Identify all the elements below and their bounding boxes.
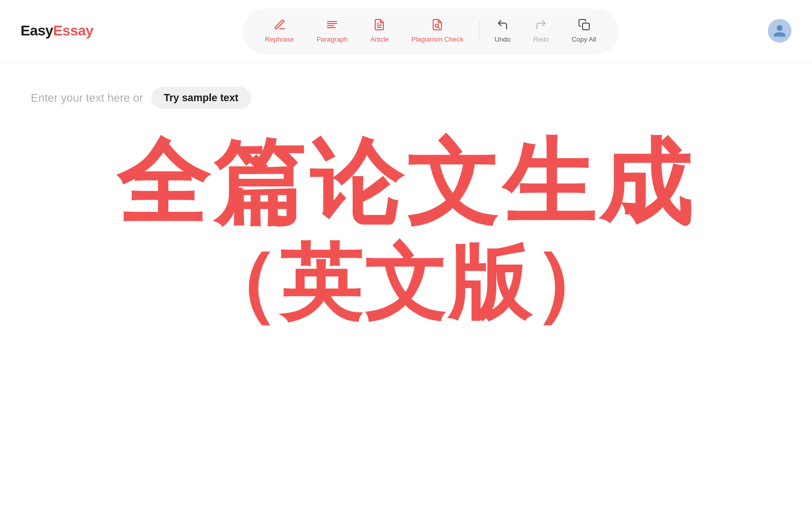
- plagiarism-icon: [431, 18, 443, 33]
- paragraph-label: Paragraph: [317, 35, 348, 43]
- svg-line-7: [438, 27, 439, 28]
- logo-easy: Easy: [21, 23, 53, 39]
- svg-rect-8: [583, 23, 589, 30]
- header: EasyEssay Rephrase Paragr: [0, 0, 812, 62]
- redo-icon: [535, 18, 547, 33]
- copy-all-label: Copy All: [572, 35, 596, 43]
- copy-icon: [578, 18, 590, 33]
- plagiarism-button[interactable]: Plagiarism Check: [402, 14, 473, 47]
- paragraph-icon: [326, 18, 338, 33]
- paragraph-button[interactable]: Paragraph: [307, 14, 357, 47]
- rephrase-button[interactable]: Rephrase: [256, 14, 303, 47]
- undo-label: Undo: [495, 35, 511, 43]
- try-sample-button[interactable]: Try sample text: [151, 87, 251, 109]
- article-label: Article: [370, 35, 389, 43]
- logo-essay: Essay: [53, 23, 93, 39]
- toolbar-divider: [479, 22, 479, 40]
- main-content: Enter your text here or Try sample text …: [0, 62, 812, 330]
- redo-label: Redo: [533, 35, 549, 43]
- undo-button[interactable]: Undo: [486, 14, 520, 47]
- toolbar: Rephrase Paragraph: [243, 9, 617, 52]
- big-text-line2: （英文版）: [31, 236, 781, 330]
- redo-button[interactable]: Redo: [524, 14, 558, 47]
- rephrase-label: Rephrase: [265, 35, 294, 43]
- article-button[interactable]: Article: [361, 14, 398, 47]
- big-promotional-text: 全篇论文生成 （英文版）: [31, 129, 781, 330]
- placeholder-text: Enter your text here or: [31, 91, 143, 105]
- logo: EasyEssay: [21, 23, 93, 39]
- svg-point-6: [435, 24, 438, 27]
- rephrase-icon: [274, 18, 286, 33]
- big-text-line1: 全篇论文生成: [31, 129, 781, 236]
- copy-all-button[interactable]: Copy All: [563, 14, 606, 47]
- text-input-row: Enter your text here or Try sample text: [31, 87, 781, 109]
- avatar[interactable]: [768, 19, 791, 43]
- article-icon: [373, 18, 385, 33]
- plagiarism-label: Plagiarism Check: [412, 35, 463, 43]
- undo-icon: [496, 18, 509, 33]
